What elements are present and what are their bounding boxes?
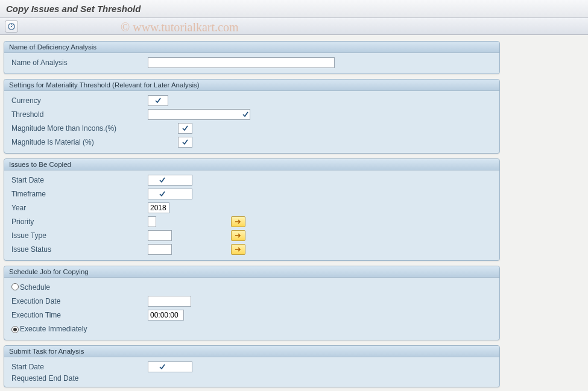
- group-issues-to-copy: Issues to Be Copied Start Date Timeframe: [4, 158, 500, 261]
- arrow-right-icon: [235, 233, 242, 239]
- arrow-right-icon: [235, 219, 242, 225]
- issue-type-multiselect-button[interactable]: [231, 230, 245, 241]
- execute-immediately-radio-row[interactable]: Execute Immediately: [9, 322, 495, 336]
- group-header: Schedule Job for Copying: [4, 266, 499, 278]
- group-header: Settings for Materiality Threshold (Rele…: [4, 80, 499, 91]
- arrow-right-icon: [235, 246, 242, 252]
- label-exec-now: Execute Immediately: [17, 325, 148, 333]
- timeframe-input[interactable]: [148, 189, 192, 199]
- required-icon: [242, 111, 248, 117]
- label-priority: Priority: [9, 217, 148, 226]
- priority-multiselect-button[interactable]: [231, 216, 245, 227]
- magnitude-material-input[interactable]: [178, 137, 192, 148]
- title-bar: Copy Issues and Set Threshold: [0, 0, 588, 18]
- label-exec-time: Execution Time: [9, 311, 148, 319]
- name-of-analysis-input[interactable]: [148, 57, 335, 68]
- required-icon: [159, 364, 165, 370]
- issue-type-input[interactable]: [148, 230, 172, 241]
- group-submit-task: Submit Task for Analysis Start Date Requ…: [4, 345, 500, 387]
- label-exec-date: Execution Date: [9, 297, 148, 305]
- magnitude-more-input[interactable]: [178, 123, 192, 134]
- required-icon: [159, 191, 165, 197]
- required-icon: [159, 177, 165, 183]
- currency-input[interactable]: [148, 95, 168, 106]
- year-input[interactable]: [148, 202, 169, 213]
- label-schedule: Schedule: [17, 283, 148, 292]
- execute-icon: [7, 22, 16, 31]
- label-start-date: Start Date: [9, 176, 148, 184]
- label-timeframe: Timeframe: [9, 190, 148, 198]
- execution-date-input[interactable]: [148, 296, 191, 307]
- execution-time-input[interactable]: [148, 310, 184, 321]
- required-icon: [182, 139, 188, 145]
- toolbar: [0, 18, 588, 35]
- schedule-radio-row[interactable]: Schedule: [9, 281, 495, 294]
- content-area: Name of Deficiency Analysis Name of Anal…: [0, 35, 504, 391]
- label-threshold: Threshold: [9, 110, 148, 119]
- submit-start-date-input[interactable]: [148, 361, 192, 372]
- label-name-of-analysis: Name of Analysis: [9, 58, 148, 67]
- required-icon: [155, 98, 161, 104]
- execute-button[interactable]: [5, 20, 18, 33]
- group-schedule-job: Schedule Job for Copying Schedule Execut…: [4, 266, 500, 340]
- label-issue-type: Issue Type: [9, 231, 148, 240]
- label-start-date-2: Start Date: [9, 363, 148, 371]
- label-magnitude-more: Magnitude More than Incons.(%): [9, 124, 148, 133]
- group-header: Submit Task for Analysis: [4, 346, 499, 357]
- group-deficiency-analysis: Name of Deficiency Analysis Name of Anal…: [4, 41, 500, 74]
- label-issue-status: Issue Status: [9, 245, 148, 254]
- label-year: Year: [9, 204, 148, 212]
- issue-status-multiselect-button[interactable]: [231, 244, 245, 255]
- label-requested-end-date: Requested End Date: [9, 374, 148, 383]
- group-header: Issues to Be Copied: [4, 159, 499, 170]
- svg-point-1: [11, 25, 12, 27]
- label-magnitude-material: Magnitude Is Material (%): [9, 138, 148, 146]
- threshold-input[interactable]: [148, 109, 250, 120]
- priority-input[interactable]: [148, 216, 156, 227]
- required-icon: [182, 125, 188, 131]
- start-date-input[interactable]: [148, 175, 192, 186]
- group-header: Name of Deficiency Analysis: [4, 42, 499, 53]
- label-currency: Currency: [9, 96, 148, 105]
- page-title: Copy Issues and Set Threshold: [6, 4, 141, 14]
- group-materiality-threshold: Settings for Materiality Threshold (Rele…: [4, 79, 500, 154]
- issue-status-input[interactable]: [148, 244, 172, 255]
